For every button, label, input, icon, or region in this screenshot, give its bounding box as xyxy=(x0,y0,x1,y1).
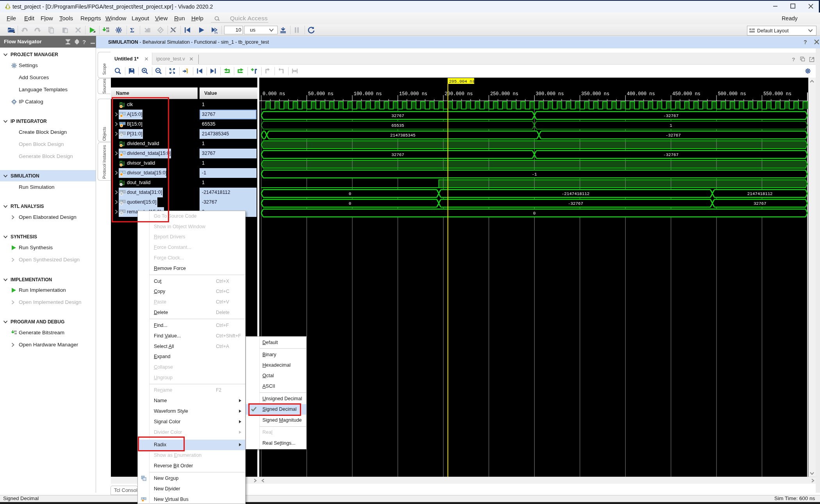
svg-text:32767: 32767 xyxy=(392,114,404,118)
svg-text:-32767: -32767 xyxy=(568,201,583,206)
svg-text:?: ? xyxy=(792,57,795,62)
svg-text:2147385345: 2147385345 xyxy=(390,133,415,138)
svg-text:2147418112: 2147418112 xyxy=(747,192,773,196)
svg-text:-32767: -32767 xyxy=(663,153,679,157)
svg-text:100.000 ns: 100.000 ns xyxy=(354,91,382,97)
svg-text:205.004 ns: 205.004 ns xyxy=(449,79,475,84)
svg-text:-32767: -32767 xyxy=(666,133,681,138)
svg-text:450.000 ns: 450.000 ns xyxy=(672,91,701,97)
svg-text:?: ? xyxy=(82,39,86,45)
svg-text:550.000 ns: 550.000 ns xyxy=(763,91,791,97)
svg-text:1: 1 xyxy=(670,123,672,128)
svg-text:Σ: Σ xyxy=(130,27,134,34)
svg-text:350.000 ns: 350.000 ns xyxy=(581,91,610,97)
svg-text:300.000 ns: 300.000 ns xyxy=(536,91,564,97)
svg-text:250.000 ns: 250.000 ns xyxy=(490,91,518,97)
svg-text:01: 01 xyxy=(14,330,17,332)
svg-text:32767: 32767 xyxy=(392,153,404,157)
svg-text:65535: 65535 xyxy=(392,123,404,128)
svg-text:-32767: -32767 xyxy=(663,114,679,118)
svg-text:01: 01 xyxy=(106,27,109,30)
svg-text:400.000 ns: 400.000 ns xyxy=(627,91,655,97)
svg-text:32767: 32767 xyxy=(754,201,766,206)
svg-text:10: 10 xyxy=(14,333,17,335)
svg-text:200.000 ns: 200.000 ns xyxy=(445,91,473,97)
svg-text:(T): (T) xyxy=(215,32,218,34)
svg-text:10: 10 xyxy=(106,30,109,33)
svg-text:?: ? xyxy=(804,39,807,45)
svg-text:500.000 ns: 500.000 ns xyxy=(718,91,746,97)
svg-text:-1: -1 xyxy=(532,172,537,177)
svg-text:0.000 ns: 0.000 ns xyxy=(263,91,285,97)
svg-text:50.000 ns: 50.000 ns xyxy=(308,91,333,97)
svg-text:-2147418112: -2147418112 xyxy=(562,192,589,196)
svg-text:150.000 ns: 150.000 ns xyxy=(399,91,427,97)
svg-text:0: 0 xyxy=(349,192,351,196)
svg-text:0: 0 xyxy=(533,211,535,216)
svg-text:0: 0 xyxy=(349,201,351,206)
